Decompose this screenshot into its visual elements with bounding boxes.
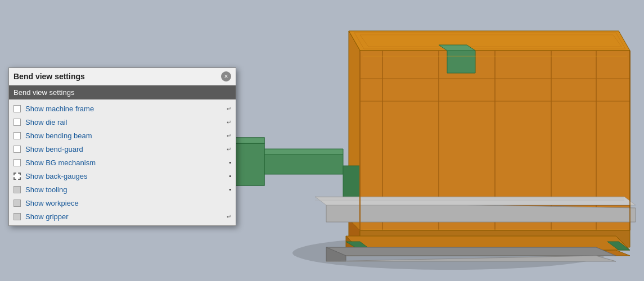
bend-view-settings-dialog: Bend view settings × Bend view settings … xyxy=(8,67,236,226)
checkbox-workpiece[interactable] xyxy=(13,200,21,207)
row-machine-frame[interactable]: Show machine frame ↵ xyxy=(9,102,236,115)
dialog-close-button[interactable]: × xyxy=(221,71,231,81)
label-back-gauges: Show back-gauges xyxy=(25,172,231,180)
row-gripper[interactable]: Show gripper ↵ xyxy=(9,210,236,223)
settings-list: Show machine frame ↵ Show die rail ↵ Sho… xyxy=(9,99,236,225)
row-bg-mechanism[interactable]: Show BG mechanism • xyxy=(9,156,236,169)
indicator-bg-mechanism: • xyxy=(229,159,231,166)
indicator-bending-beam: ↵ xyxy=(227,133,231,139)
row-bend-guard[interactable]: Show bend-guard ↵ xyxy=(9,142,236,156)
svg-marker-2 xyxy=(349,31,630,51)
indicator-bend-guard: ↵ xyxy=(227,146,231,152)
label-bend-guard: Show bend-guard xyxy=(25,145,231,153)
svg-marker-38 xyxy=(326,247,616,256)
indicator-tooling: • xyxy=(229,186,231,193)
indicator-die-rail: ↵ xyxy=(227,119,231,125)
section-header: Bend view settings xyxy=(9,85,236,99)
checkbox-bending-beam[interactable] xyxy=(13,132,21,139)
row-die-rail[interactable]: Show die rail ↵ xyxy=(9,115,236,129)
checkbox-gripper[interactable] xyxy=(13,213,21,220)
svg-marker-26 xyxy=(233,143,264,185)
svg-marker-27 xyxy=(233,138,264,143)
label-tooling: Show tooling xyxy=(25,185,231,194)
label-die-rail: Show die rail xyxy=(25,118,231,126)
label-machine-frame: Show machine frame xyxy=(25,105,231,113)
checkbox-back-gauges[interactable] xyxy=(13,173,21,180)
checkbox-tooling[interactable] xyxy=(13,186,21,193)
checkbox-bend-guard[interactable] xyxy=(13,146,21,153)
label-bending-beam: Show bending beam xyxy=(25,132,231,140)
dialog-title: Bend view settings xyxy=(13,72,85,81)
indicator-machine-frame: ↵ xyxy=(227,106,231,112)
label-gripper: Show gripper xyxy=(25,212,231,221)
row-workpiece[interactable]: Show workpiece xyxy=(9,196,236,210)
svg-marker-29 xyxy=(447,51,475,73)
row-tooling[interactable]: Show tooling • xyxy=(9,183,236,196)
checkbox-die-rail[interactable] xyxy=(13,119,21,126)
checkbox-machine-frame[interactable] xyxy=(13,105,21,112)
row-bending-beam[interactable]: Show bending beam ↵ xyxy=(9,129,236,142)
indicator-back-gauges: • xyxy=(229,173,231,179)
dialog-titlebar: Bend view settings × xyxy=(9,68,236,85)
checkbox-bg-mechanism[interactable] xyxy=(13,159,21,166)
label-bg-mechanism: Show BG mechanism xyxy=(25,158,231,167)
indicator-gripper: ↵ xyxy=(227,214,231,220)
label-workpiece: Show workpiece xyxy=(25,199,231,207)
row-back-gauges[interactable]: Show back-gauges • xyxy=(9,169,236,183)
